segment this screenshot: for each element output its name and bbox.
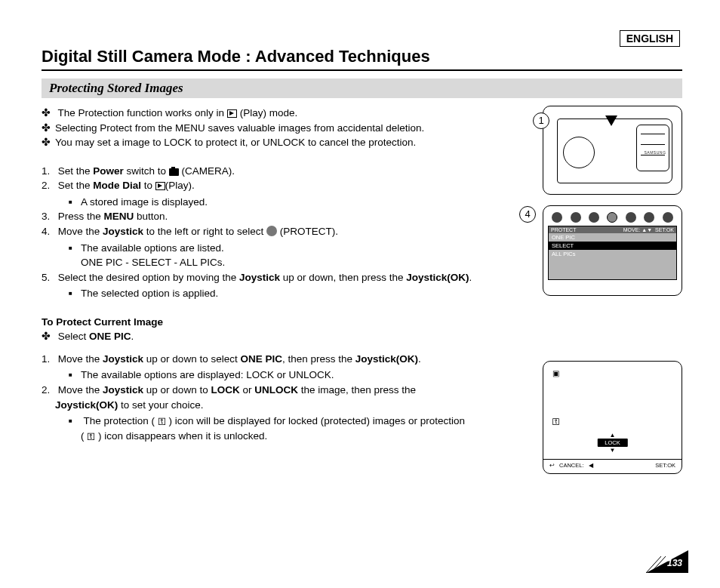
line-icon <box>641 134 665 134</box>
sub-steps: Move the Joystick up or down to select O… <box>42 352 537 443</box>
t: UNLOCK <box>254 384 298 396</box>
left-arrow-icon: ◀ <box>589 462 593 469</box>
key-icon: ⚿ <box>87 432 95 441</box>
intro-item: Selecting Protect from the MENU saves va… <box>55 121 537 136</box>
sub-bullets: Select ONE PIC. <box>42 329 537 344</box>
menu-set-label: SET:OK <box>655 227 674 232</box>
t: Set the <box>58 180 94 191</box>
t: up or down to <box>143 384 211 396</box>
language-badge: ENGLISH <box>620 30 680 47</box>
figure-camera: 1 SAMSUNG <box>543 106 682 195</box>
step-item: Move the Joystick to the left or right t… <box>55 224 537 270</box>
title-rule <box>42 69 682 71</box>
t: Select <box>58 331 89 342</box>
t: Joystick <box>239 272 280 283</box>
camera-grip-icon <box>636 125 669 171</box>
menu-title: PROTECT <box>551 227 576 232</box>
t: , then press the <box>282 353 355 365</box>
t: . <box>469 272 472 283</box>
menu-move-label: MOVE: <box>623 227 641 232</box>
t: . <box>131 331 134 342</box>
t: The protection ( <box>84 415 158 426</box>
camera-lens-icon <box>563 137 595 168</box>
t: . <box>418 353 421 365</box>
t: ONE PIC <box>240 353 282 365</box>
t: Joystick(OK) <box>406 272 469 283</box>
menu-tab-icons <box>543 206 682 226</box>
step-item: Move the Joystick up or down to LOCK or … <box>55 383 537 443</box>
t: Set the <box>58 165 94 177</box>
substep: A stored image is displayed. <box>81 195 537 210</box>
menu-tab-icon <box>589 212 599 223</box>
manual-page: ENGLISH Digital Still Camera Mode : Adva… <box>0 0 720 588</box>
arrow-down-icon <box>605 115 617 126</box>
text: The Protection function works only in <box>58 107 227 119</box>
t: Mode Dial <box>93 180 141 191</box>
menu-item: ALL PICs <box>549 250 676 258</box>
intro-list: The Protection function works only in (P… <box>42 106 537 150</box>
intro-item: The Protection function works only in (P… <box>55 106 537 121</box>
t: Press the <box>58 211 104 222</box>
lock-pill: ▲ LOCK ▼ <box>597 432 627 454</box>
t: MENU <box>104 211 134 222</box>
t: button. <box>134 211 168 222</box>
t: (Play). <box>165 180 195 191</box>
brand-label: SAMSUNG <box>645 150 666 155</box>
play-icon <box>155 182 165 190</box>
set-label: SET:OK <box>655 462 675 469</box>
substep: The available options are displayed: LOC… <box>81 368 537 383</box>
key-icon: ⚿ <box>158 417 166 426</box>
figure-menu: 4 PROTECT MOVE:▲▼ SET:OK <box>543 205 682 296</box>
t: Joystick <box>103 226 143 237</box>
section-subhead: Protecting Stored Images <box>42 79 682 98</box>
menu-tab-icon <box>663 212 673 223</box>
intro-item: You may set a image to LOCK to protect i… <box>55 135 537 150</box>
return-icon: ↩ <box>549 462 555 469</box>
lock-label: LOCK <box>597 439 627 447</box>
t: to <box>141 180 155 191</box>
t: Joystick <box>103 353 143 365</box>
page-title: Digital Still Camera Mode : Advanced Tec… <box>42 47 682 66</box>
protect-icon <box>266 226 277 236</box>
figures-column: 1 SAMSUNG 4 <box>543 106 682 485</box>
t: switch to <box>124 165 169 177</box>
menu-item: ONE PIC <box>549 233 676 242</box>
t: Power <box>93 165 124 177</box>
menu-tab-icon <box>607 212 617 223</box>
camera-icon <box>169 168 179 176</box>
down-arrow-icon: ▼ <box>597 447 627 454</box>
figure-lock-screen: ▣ ⚿ ▲ LOCK ▼ ↩ CANCEL: ◀ SET:OK <box>543 361 682 474</box>
step-badge: 1 <box>533 112 549 129</box>
t: to set your choice. <box>118 399 203 411</box>
t: up or down, then press the <box>280 272 406 283</box>
step-item: Set the Mode Dial to (Play). A stored im… <box>55 178 537 209</box>
t: Select the desired option by moving the <box>58 272 239 283</box>
step-item: Set the Power switch to (CAMERA). <box>55 164 537 179</box>
substep: The protection ( ⚿ ) icon will be displa… <box>81 414 537 443</box>
t: ) icon disappears when it is unlocked. <box>95 430 267 442</box>
t: to the left or right to select <box>143 226 266 237</box>
t: ( <box>81 430 87 442</box>
menu-header: PROTECT MOVE:▲▼ SET:OK <box>549 226 676 233</box>
menu-item-selected: SELECT <box>549 242 676 250</box>
line-icon <box>641 155 665 155</box>
step-badge: 4 <box>519 206 536 223</box>
menu-tab-icon <box>626 212 636 223</box>
t: Joystick <box>103 384 143 396</box>
t: Move the <box>58 226 103 237</box>
step-item: Move the Joystick up or down to select O… <box>55 352 537 383</box>
step-item: Press the MENU button. <box>55 209 537 224</box>
t: Move the <box>58 353 103 365</box>
t: (CAMERA). <box>179 165 235 177</box>
substep: ONE PIC - SELECT - ALL PICs. <box>81 255 537 270</box>
t: the image, then press the <box>298 384 416 396</box>
up-arrow-icon: ▲ <box>597 432 627 439</box>
step-item: Select the desired option by moving the … <box>55 270 537 301</box>
subsection-heading: To Protect Current Image <box>42 315 537 330</box>
key-icon: ⚿ <box>552 417 560 426</box>
line-icon <box>641 144 665 145</box>
list-item: Select ONE PIC. <box>55 329 537 344</box>
t: up or down to select <box>143 353 240 365</box>
text: (Play) mode. <box>240 107 298 119</box>
t: ONE PIC <box>89 331 131 342</box>
